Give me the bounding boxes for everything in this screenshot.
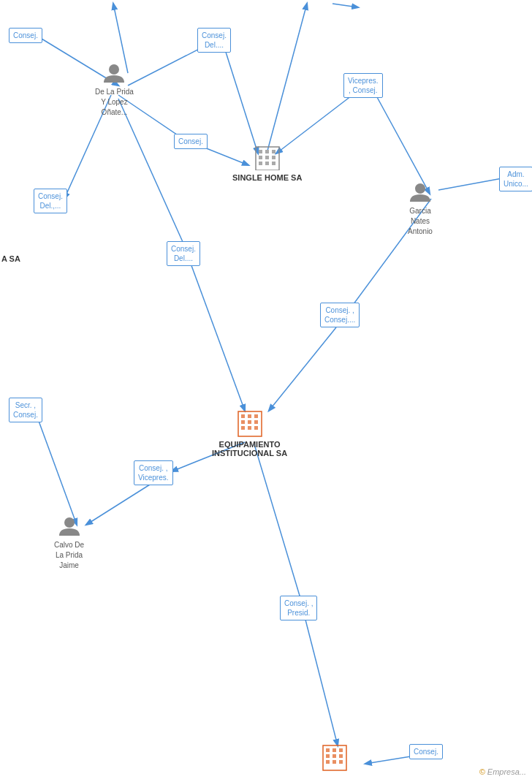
single-home-label: SINGLE HOME SA	[232, 173, 302, 182]
svg-rect-47	[326, 754, 330, 758]
svg-line-22	[332, 4, 358, 7]
svg-rect-38	[248, 420, 251, 424]
svg-rect-41	[248, 426, 251, 430]
svg-line-20	[267, 4, 307, 153]
svg-line-6	[373, 89, 430, 194]
svg-rect-51	[332, 760, 336, 764]
svg-rect-28	[265, 156, 269, 159]
single-home-sa[interactable]: SINGLE HOME SA	[232, 141, 302, 182]
box-secr-consej[interactable]: Secr. , Consej.	[9, 398, 42, 422]
svg-rect-29	[272, 156, 276, 159]
box-consej-del-top[interactable]: Consej. Del....	[197, 28, 231, 53]
svg-rect-30	[259, 162, 262, 165]
svg-point-53	[109, 64, 119, 75]
box-consej-consej-right[interactable]: Consej. , Consej....	[320, 303, 360, 327]
svg-rect-31	[265, 162, 269, 165]
person-de-la-prida[interactable]: De La Prida Y Lopez Oñate...	[95, 62, 134, 118]
svg-line-5	[118, 99, 186, 250]
svg-rect-25	[265, 150, 269, 153]
svg-line-13	[269, 327, 336, 411]
equipamiento-institucional-sa[interactable]: EQUIPAMIENTO INSTITUCIONAL SA	[212, 408, 287, 458]
watermark: © Empresa...	[479, 767, 526, 776]
person-de-la-prida-label: De La Prida Y Lopez Oñate...	[95, 87, 134, 118]
svg-line-19	[365, 756, 411, 764]
svg-rect-26	[272, 150, 276, 153]
svg-rect-27	[259, 156, 262, 159]
svg-rect-46	[339, 748, 343, 752]
svg-line-15	[86, 481, 156, 525]
svg-line-18	[305, 620, 338, 745]
a-sa-label: A SA	[1, 254, 20, 263]
person-garcia-nates-label: Garcia Nates Antonio	[408, 206, 433, 237]
person-calvo-de-la-prida[interactable]: Calvo De La Prida Jaime	[54, 515, 84, 571]
svg-point-55	[64, 517, 75, 528]
box-consej-del-left[interactable]: Consej. Del.,...	[34, 189, 67, 213]
svg-rect-34	[241, 414, 245, 418]
svg-rect-36	[254, 414, 258, 418]
box-consej-mid[interactable]: Consej.	[174, 134, 208, 149]
svg-line-10	[224, 48, 258, 153]
svg-rect-52	[339, 760, 343, 764]
svg-line-12	[190, 262, 245, 411]
box-consej-presid[interactable]: Consej. , Presid.	[280, 596, 317, 620]
person-garcia-nates[interactable]: Garcia Nates Antonio	[408, 181, 433, 237]
svg-rect-37	[241, 420, 245, 424]
box-consej-top-left[interactable]: Consej.	[9, 28, 42, 43]
svg-line-14	[37, 415, 77, 525]
watermark-text: Empresa...	[487, 767, 526, 776]
box-consej-vicepres[interactable]: Consej. , Vicepres.	[134, 460, 173, 485]
person-calvo-label: Calvo De La Prida Jaime	[54, 540, 84, 571]
box-consej-bottom[interactable]: Consej.	[409, 744, 443, 759]
svg-rect-44	[326, 748, 330, 752]
svg-rect-48	[332, 754, 336, 758]
svg-rect-40	[241, 426, 245, 430]
svg-rect-39	[254, 420, 258, 424]
box-adm-unico[interactable]: Adm. Unico...	[499, 167, 532, 191]
box-vicepres-consej[interactable]: Vicepres. , Consej.	[343, 73, 383, 98]
svg-line-17	[254, 444, 302, 603]
svg-rect-24	[259, 150, 262, 153]
svg-rect-50	[326, 760, 330, 764]
svg-rect-35	[248, 414, 251, 418]
box-consej-del-center[interactable]: Consej. Del....	[167, 241, 200, 266]
bottom-company[interactable]	[322, 742, 348, 774]
equipamiento-label: EQUIPAMIENTO INSTITUCIONAL SA	[212, 440, 287, 458]
svg-rect-45	[332, 748, 336, 752]
svg-rect-49	[339, 754, 343, 758]
svg-rect-42	[254, 426, 258, 430]
copyright-symbol: ©	[479, 767, 485, 776]
svg-rect-32	[272, 162, 276, 165]
svg-point-54	[415, 183, 425, 194]
